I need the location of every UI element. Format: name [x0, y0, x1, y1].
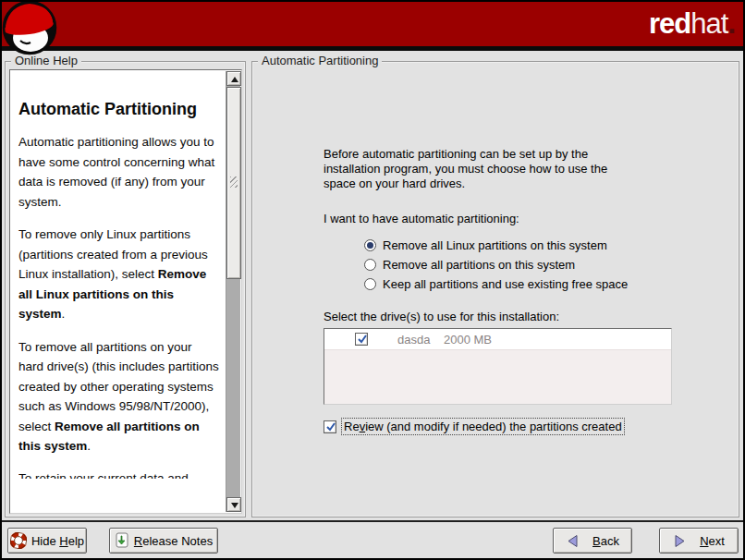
scroll-up-icon: [231, 77, 238, 82]
release-notes-label: Release Notes: [134, 534, 213, 548]
release-notes-button[interactable]: Release Notes: [109, 528, 218, 554]
drive-name: dasda: [397, 333, 430, 347]
wordmark-hat: hat: [690, 7, 727, 40]
review-label-pre: Re: [344, 420, 360, 433]
drive-select-label: Select the drive(s) to use for this inst…: [324, 310, 559, 323]
review-label-post: iew (and modify if needed) the partition…: [365, 420, 622, 433]
button-bar: Hide Help Release Notes Back Next: [2, 520, 743, 558]
review-checkbox[interactable]: [324, 420, 336, 433]
drive-list[interactable]: dasda 2000 MB: [324, 328, 672, 405]
review-checkbox-label[interactable]: Review (and modify if needed) the partit…: [341, 418, 625, 435]
partitioning-radio-group: Remove all Linux partitions on this syst…: [364, 236, 628, 294]
scroll-down-button[interactable]: [226, 497, 241, 512]
help-p3-period: .: [87, 439, 91, 453]
life-ring-icon: [10, 532, 27, 549]
help-paragraph-1: Automatic partitioning allows you to hav…: [18, 132, 220, 212]
radio-button-icon[interactable]: [364, 278, 376, 290]
hide-help-label: Hide Help: [31, 534, 84, 548]
help-title: Automatic Partitioning: [18, 99, 220, 119]
radio-label: Remove all partitions on this system: [383, 258, 575, 272]
help-paragraph-4-clipped: To retain your current data and: [18, 469, 220, 479]
radio-label: Keep all partitions and use existing fre…: [383, 277, 628, 291]
back-button[interactable]: Back: [553, 528, 632, 554]
radio-button-icon[interactable]: [364, 259, 376, 271]
next-label: Next: [700, 534, 725, 548]
next-button[interactable]: Next: [659, 528, 739, 554]
help-paragraph-3: To remove all partitions on your hard dr…: [18, 337, 220, 457]
automatic-partitioning-frame-label: Automatic Partitioning: [258, 54, 382, 68]
help-scrollbar[interactable]: [226, 71, 240, 512]
help-p2-period: .: [62, 307, 66, 321]
radio-remove-linux-partitions[interactable]: Remove all Linux partitions on this syst…: [364, 236, 628, 255]
wordmark-dot: .: [727, 7, 735, 40]
back-label: Back: [592, 534, 619, 548]
wordmark-red: red: [649, 7, 690, 40]
intro-text: Before automatic partitioning can be set…: [324, 147, 630, 191]
radio-button-icon[interactable]: [364, 239, 376, 251]
installer-window: redhat. Online Help Automatic Partitioni…: [0, 0, 745, 560]
drive-checkbox[interactable]: [355, 333, 368, 346]
automatic-partitioning-frame: Automatic Partitioning Before automatic …: [251, 61, 739, 517]
redhat-shadowman-icon: [2, 0, 61, 59]
drive-size: 2000 MB: [444, 333, 492, 347]
redhat-banner: [2, 2, 743, 51]
radio-remove-all-partitions[interactable]: Remove all partitions on this system: [364, 255, 628, 274]
drive-row-dasda[interactable]: dasda 2000 MB: [324, 329, 671, 350]
arrow-left-icon: [566, 534, 580, 548]
hide-help-button[interactable]: Hide Help: [7, 528, 87, 554]
arrow-right-icon: [673, 534, 687, 548]
scroll-up-button[interactable]: [226, 71, 241, 86]
partitioning-question: I want to have automatic partitioning:: [324, 212, 519, 225]
release-notes-icon: [115, 532, 129, 549]
radio-label: Remove all Linux partitions on this syst…: [383, 238, 607, 252]
scrollbar-thumb[interactable]: [226, 87, 241, 279]
online-help-frame: Online Help Automatic Partitioning Autom…: [5, 61, 246, 517]
help-text: Automatic Partitioning Automatic partiti…: [11, 71, 226, 512]
review-partitions-option[interactable]: Review (and modify if needed) the partit…: [324, 418, 625, 435]
help-paragraph-2: To remove only Linux partitions (partiti…: [18, 225, 220, 324]
scroll-down-icon: [231, 503, 238, 508]
redhat-wordmark: redhat.: [649, 8, 735, 40]
radio-keep-all-partitions[interactable]: Keep all partitions and use existing fre…: [364, 274, 628, 294]
help-panel: Automatic Partitioning Automatic partiti…: [9, 69, 242, 514]
